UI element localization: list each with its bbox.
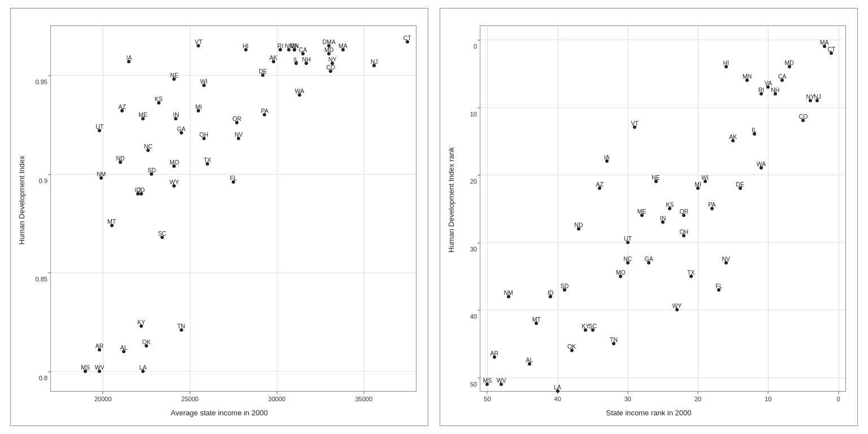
chart1-y-label: Human Development Index bbox=[18, 8, 26, 392]
chart2: Human Development Index rank 01020304050… bbox=[440, 8, 858, 426]
data-point bbox=[232, 180, 235, 184]
data-point bbox=[327, 44, 331, 47]
y-tick-label: 20 bbox=[470, 178, 477, 185]
data-point bbox=[127, 60, 131, 63]
data-point bbox=[689, 275, 693, 278]
data-point bbox=[136, 192, 140, 196]
data-point bbox=[654, 180, 658, 183]
data-point bbox=[528, 362, 531, 366]
data-point bbox=[809, 99, 812, 102]
data-point bbox=[244, 48, 248, 51]
data-point bbox=[160, 236, 164, 239]
data-point bbox=[766, 85, 770, 89]
data-point bbox=[668, 207, 671, 210]
data-point bbox=[647, 261, 650, 264]
data-point bbox=[145, 344, 148, 348]
x-tick-label: 40 bbox=[554, 396, 561, 402]
data-point bbox=[661, 220, 665, 224]
x-tick-label: 30 bbox=[624, 396, 631, 402]
data-point bbox=[823, 45, 826, 48]
y-tick-label: 40 bbox=[470, 313, 477, 320]
data-point bbox=[704, 180, 707, 183]
data-point bbox=[237, 137, 240, 140]
data-point bbox=[294, 62, 298, 65]
data-point bbox=[535, 322, 538, 325]
data-point bbox=[507, 295, 510, 298]
data-point bbox=[141, 117, 145, 120]
x-tick-label: 50 bbox=[484, 396, 491, 402]
data-point bbox=[788, 65, 791, 68]
data-point bbox=[272, 60, 275, 63]
data-point bbox=[157, 101, 160, 105]
data-point bbox=[696, 186, 700, 190]
data-point bbox=[140, 324, 143, 328]
data-point bbox=[584, 328, 587, 332]
data-point bbox=[591, 328, 594, 332]
data-point bbox=[98, 348, 101, 351]
y-tick-label: 0.85 bbox=[36, 276, 47, 283]
y-tick-label: 30 bbox=[470, 246, 477, 253]
chart1-area: 0.80.850.90.9520000250003000035000MSWVAR… bbox=[50, 25, 416, 392]
data-point bbox=[263, 113, 266, 116]
y-tick-label: 0 bbox=[474, 43, 477, 50]
data-point bbox=[556, 389, 559, 393]
data-point bbox=[830, 51, 833, 55]
data-point bbox=[626, 241, 630, 244]
data-point bbox=[563, 288, 566, 292]
chart2-y-label: Human Development Index rank bbox=[447, 8, 455, 392]
data-point bbox=[780, 79, 784, 82]
x-tick-label: 20000 bbox=[94, 396, 112, 402]
chart1-x-label: Average state income in 2000 bbox=[11, 409, 428, 417]
y-tick-label: 0.8 bbox=[39, 375, 47, 381]
data-point bbox=[141, 370, 145, 373]
data-point bbox=[331, 62, 334, 65]
data-point bbox=[298, 93, 301, 97]
y-tick-label: 0.9 bbox=[39, 177, 47, 184]
data-point bbox=[206, 162, 209, 166]
data-point bbox=[731, 139, 735, 142]
data-point bbox=[801, 119, 805, 122]
data-point bbox=[99, 176, 103, 180]
data-point bbox=[549, 295, 552, 298]
y-tick-label: 0.95 bbox=[36, 79, 47, 85]
x-tick-label: 0 bbox=[837, 396, 840, 402]
x-tick-label: 20 bbox=[695, 396, 701, 402]
data-point bbox=[682, 214, 685, 217]
data-point bbox=[605, 159, 609, 163]
data-point bbox=[197, 109, 200, 112]
data-point bbox=[724, 65, 728, 68]
data-point bbox=[301, 52, 305, 55]
data-point bbox=[626, 261, 630, 264]
data-point bbox=[774, 92, 777, 96]
data-point bbox=[619, 275, 622, 278]
data-point bbox=[287, 48, 290, 51]
data-point bbox=[146, 149, 150, 152]
data-point bbox=[760, 92, 763, 96]
data-point bbox=[119, 160, 122, 164]
data-point bbox=[493, 355, 496, 359]
data-point bbox=[98, 370, 101, 373]
data-point bbox=[197, 44, 200, 47]
data-point bbox=[612, 342, 615, 345]
data-point bbox=[120, 109, 124, 112]
data-point bbox=[279, 48, 282, 51]
chart1: Human Development Index 0.80.850.90.9520… bbox=[10, 8, 428, 426]
data-point bbox=[633, 125, 636, 129]
data-point bbox=[174, 117, 177, 120]
data-point bbox=[202, 84, 206, 87]
data-point bbox=[760, 166, 763, 170]
charts-container: Human Development Index 0.80.850.90.9520… bbox=[10, 8, 858, 426]
data-point bbox=[724, 261, 728, 264]
data-point bbox=[235, 121, 238, 124]
data-point bbox=[485, 383, 489, 386]
chart2-area: 0102030405050403020100MSWVARALOKLATNKYMT… bbox=[480, 25, 846, 392]
x-tick-label: 30000 bbox=[268, 396, 286, 402]
data-point bbox=[675, 308, 679, 311]
data-point bbox=[329, 70, 332, 73]
data-point bbox=[577, 227, 580, 231]
y-tick-label: 10 bbox=[470, 111, 477, 118]
data-point bbox=[753, 132, 756, 136]
data-point bbox=[717, 288, 721, 292]
data-point bbox=[172, 184, 176, 188]
data-point bbox=[745, 79, 749, 82]
